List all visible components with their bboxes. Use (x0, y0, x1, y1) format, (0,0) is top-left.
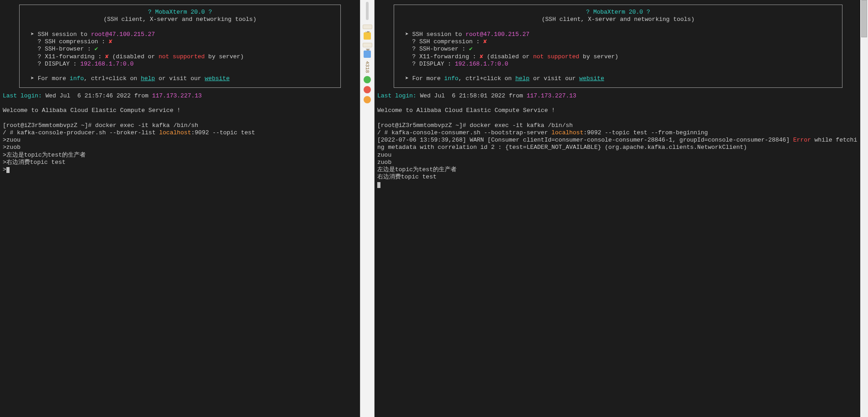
cursor-icon (6, 167, 10, 173)
producer-input: >zuob (3, 144, 357, 151)
banner-session: ➤ SSH session to root@47.100.215.27 ? SS… (401, 31, 836, 68)
help-link[interactable]: help (515, 75, 529, 82)
producer-input: >zuou (3, 137, 357, 144)
welcome-line: Welcome to Alibaba Cloud Elastic Compute… (377, 107, 859, 114)
circle-red-icon[interactable] (364, 86, 371, 93)
website-link[interactable]: website (579, 75, 604, 82)
star-icon[interactable] (364, 32, 371, 40)
drag-handle-icon[interactable] (366, 2, 369, 20)
terminal-output-right: ? MobaXterm 20.0 ? (SSH client, X-server… (375, 0, 868, 191)
plus-icon[interactable] (364, 76, 371, 83)
help-link[interactable]: help (141, 75, 155, 82)
scrollbar-thumb[interactable] (861, 0, 867, 37)
sidebar-tab-sessions[interactable]: 会话夹 (363, 25, 372, 29)
shell-line: [root@iZ3r5mmtombvpzZ ~]# docker exec -i… (3, 122, 357, 129)
terminal-pane-left[interactable]: ? MobaXterm 20.0 ? (SSH client, X-server… (0, 0, 360, 417)
producer-command: / # kafka-console-producer.sh --broker-l… (3, 129, 357, 137)
cursor-icon (377, 182, 380, 188)
banner-title: ? MobaXterm 20.0 ? (SSH client, X-server… (26, 9, 334, 24)
consumer-command: / # kafka-console-consumer.sh --bootstra… (377, 129, 859, 137)
vertical-scrollbar[interactable] (860, 0, 868, 417)
mobaxterm-banner: ? MobaXterm 20.0 ? (SSH client, X-server… (19, 5, 341, 88)
sidebar-tab-tools[interactable]: 工具 (363, 43, 372, 47)
producer-prompt[interactable]: > (3, 166, 357, 173)
last-login-line: Last login: Wed Jul 6 21:57:46 2022 from… (3, 92, 357, 100)
circle-orange-icon[interactable] (364, 96, 371, 103)
producer-input: >右边消费topic test (3, 159, 357, 166)
sidebar-number: 4318 (365, 61, 370, 73)
banner-session: ➤ SSH session to root@47.100.215.27 ? SS… (26, 31, 334, 68)
banner-title: ? MobaXterm 20.0 ? (SSH client, X-server… (401, 9, 836, 24)
terminal-pane-right[interactable]: ? MobaXterm 20.0 ? (SSH client, X-server… (375, 0, 868, 417)
last-login-line: Last login: Wed Jul 6 21:58:01 2022 from… (377, 92, 859, 100)
mobaxterm-banner: ? MobaXterm 20.0 ? (SSH client, X-server… (394, 5, 842, 88)
pane-divider[interactable]: 会话夹 工具 4318 (360, 0, 375, 417)
consumer-output: 左边是topic为test的生产者 (377, 166, 859, 173)
consumer-output: zuou (377, 152, 859, 159)
split-terminal-app: ? MobaXterm 20.0 ? (SSH client, X-server… (0, 0, 868, 417)
consumer-cursor[interactable] (377, 181, 859, 188)
website-link[interactable]: website (205, 75, 230, 82)
search-icon[interactable] (364, 51, 371, 58)
consumer-output: 右边消费topic test (377, 173, 859, 181)
warn-line: [2022-07-06 13:59:39,268] WARN [Consumer… (377, 137, 859, 152)
banner-footer: ➤ For more info, ctrl+click on help or v… (401, 75, 836, 82)
banner-footer: ➤ For more info, ctrl+click on help or v… (26, 75, 334, 82)
welcome-line: Welcome to Alibaba Cloud Elastic Compute… (3, 107, 357, 114)
producer-input: >左边是topic为test的生产者 (3, 152, 357, 159)
consumer-output: zuob (377, 159, 859, 166)
shell-line: [root@iZ3r5mmtombvpzZ ~]# docker exec -i… (377, 122, 859, 129)
terminal-output-left: ? MobaXterm 20.0 ? (SSH client, X-server… (0, 0, 360, 176)
